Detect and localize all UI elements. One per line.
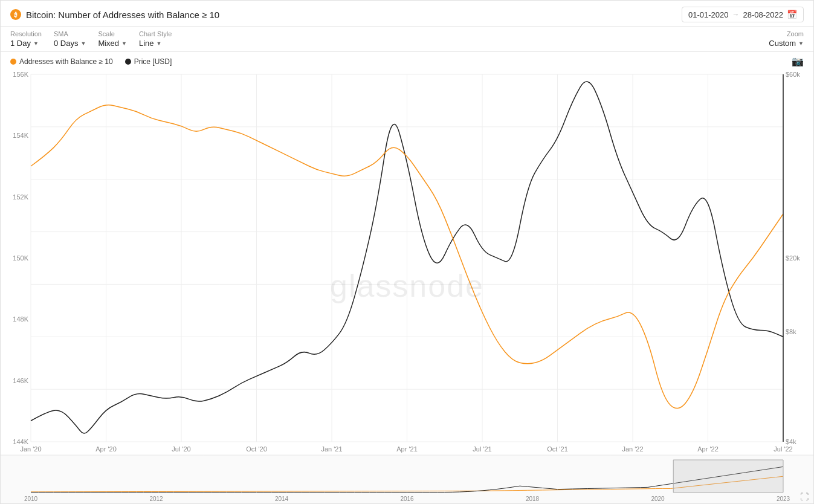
date-to: 28-08-2022 [743,10,784,19]
resolution-select[interactable]: 1 Day ▼ [10,39,42,48]
legend-item-addresses: Addresses with Balance ≥ 10 [10,57,113,66]
resolution-chevron: ▼ [33,40,39,47]
header: ₿ Bitcoin: Number of Addresses with Bala… [1,1,813,27]
date-range[interactable]: 01-01-2020 → 28-08-2022 📅 [682,7,804,22]
scale-select[interactable]: Mixed ▼ [98,39,127,48]
sma-select[interactable]: 0 Days ▼ [54,39,86,48]
resolution-label: Resolution [10,30,42,37]
legend-item-price: Price [USD] [125,57,172,66]
scale-chevron: ▼ [121,40,127,47]
chart-style-select[interactable]: Line ▼ [139,39,172,48]
date-arrow: → [732,10,740,19]
chart-title: Bitcoin: Number of Addresses with Balanc… [26,10,219,20]
main-container: ₿ Bitcoin: Number of Addresses with Bala… [0,0,814,504]
date-from: 01-01-2020 [688,10,729,19]
controls-left: Resolution 1 Day ▼ SMA 0 Days ▼ Scale Mi… [10,30,172,48]
legend-label-addresses: Addresses with Balance ≥ 10 [19,57,113,66]
legend-items: Addresses with Balance ≥ 10 Price [USD] [10,57,172,66]
chart-style-label: Chart Style [139,30,172,37]
zoom-select[interactable]: Custom ▼ [769,39,804,48]
calendar-icon: 📅 [787,10,797,19]
chart-style-chevron: ▼ [157,40,162,47]
scale-label: Scale [98,30,127,37]
main-chart-canvas [1,68,813,503]
legend-row: Addresses with Balance ≥ 10 Price [USD] … [1,52,813,68]
sma-chevron: ▼ [80,40,86,47]
sma-control: SMA 0 Days ▼ [54,30,86,48]
zoom-label: Zoom [787,30,804,37]
controls-row: Resolution 1 Day ▼ SMA 0 Days ▼ Scale Mi… [1,27,813,52]
sma-label: SMA [54,30,86,37]
chart-area: glassnode [1,68,813,503]
resolution-control: Resolution 1 Day ▼ [10,30,42,48]
legend-label-price: Price [USD] [134,57,172,66]
legend-dot-black [125,59,131,65]
chart-style-control: Chart Style Line ▼ [139,30,172,48]
zoom-control: Zoom Custom ▼ [769,30,804,48]
zoom-chevron: ▼ [798,40,804,47]
title-row: ₿ Bitcoin: Number of Addresses with Bala… [10,9,219,20]
legend-dot-orange [10,59,16,65]
bitcoin-icon: ₿ [10,9,21,20]
scale-control: Scale Mixed ▼ [98,30,127,48]
camera-icon[interactable]: 📷 [792,56,804,67]
